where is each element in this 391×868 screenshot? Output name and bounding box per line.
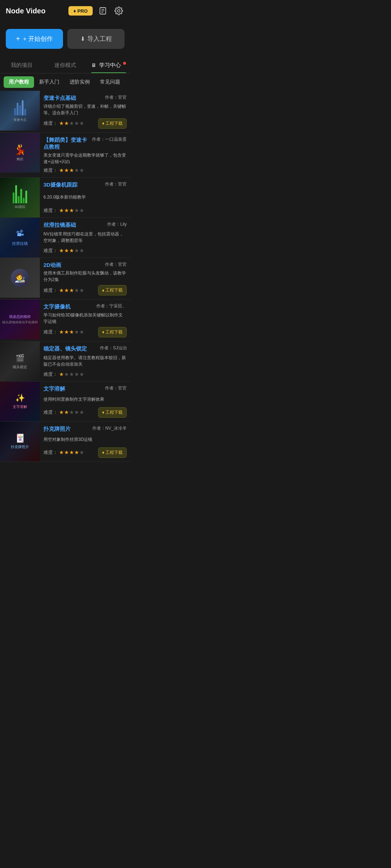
tab-projects[interactable]: 我的项目 [0, 58, 43, 73]
download-button[interactable]: ♦ 工程下载 [98, 285, 127, 295]
difficulty-label: 难度： [43, 329, 58, 335]
course-footer: 难度： ★ ★ ★ ★ ★ ♦ 工程下载 [43, 327, 127, 337]
import-label: 导入工程 [87, 35, 112, 43]
course-thumbnail: 💃 舞蹈 [0, 133, 40, 173]
course-desc: 用空对象制作丝滑3D运镜 [43, 436, 127, 443]
star-2: ★ [64, 207, 69, 214]
star-1: ★ [59, 120, 64, 127]
header-actions: ♦ PRO [68, 5, 125, 17]
pro-diamond-icon: ♦ [73, 8, 76, 14]
course-title: 文字溶解 [43, 385, 103, 392]
import-arrow-icon: ⬇ [80, 35, 85, 42]
star-1: ★ [59, 329, 64, 335]
cat-beginner-label: 新手入门 [39, 79, 59, 85]
course-info: 文字摄像机 作者：宁采臣、 学习如何给3D摄像机添加关键帧以制作文字运镜 难度：… [40, 299, 130, 341]
pro-badge[interactable]: ♦ PRO [68, 6, 93, 16]
course-header: 2D动画 作者：官官 [43, 261, 127, 269]
list-item[interactable]: 🃏 扑克牌照片 扑克牌照片 作者：NV_冰冷羊 用空对象制作丝滑3D运镜 难度：… [0, 422, 130, 462]
notes-button[interactable] [97, 5, 109, 17]
stars: ★ ★ ★ ★ ★ [59, 409, 84, 416]
list-item[interactable]: 我迷恋的模样 镜头跟物体移动手机模样 文字摄像机 作者：宁采臣、 学习如何给3D… [0, 299, 130, 341]
course-list: 变速卡点 变速卡点基础 作者：官官 详细介绍了视频剪切，变速，补帧，关键帧等。适… [0, 91, 130, 462]
dl-diamond-icon: ♦ [102, 288, 104, 293]
list-item[interactable]: 3D跟踪 3D摄像机跟踪 作者：官官 6.20.0版本新功能教学 难度： ★ ★… [0, 178, 130, 218]
list-item[interactable]: 🧑‍🎨 2D动画 作者：官官 使用木偶工具制作眨眼与头发飘动，该教学分为2集 难… [0, 258, 130, 300]
dl-label: 工程下载 [105, 450, 123, 456]
course-header: 变速卡点基础 作者：官官 [43, 94, 127, 102]
cat-changelog[interactable]: 版本记录 [125, 76, 130, 88]
course-info: 3D摄像机跟踪 作者：官官 6.20.0版本新功能教学 难度： ★ ★ ★ ★ … [40, 178, 130, 217]
stars: ★ ★ ★ ★ ★ [59, 247, 84, 254]
star-3: ★ [69, 247, 74, 254]
difficulty-label: 难度： [43, 371, 58, 378]
course-author: 作者：NV_冰冷羊 [92, 425, 127, 431]
create-button[interactable]: + + 开始创作 [6, 29, 63, 49]
star-4: ★ [74, 371, 79, 378]
list-item[interactable]: ✨ 文字溶解 文字溶解 作者：官官 使用时间置换制作文字溶解效果 难度： ★ ★… [0, 382, 130, 422]
star-4: ★ [74, 409, 79, 416]
list-item[interactable]: 📽 丝滑拉镜 丝滑拉镜基础 作者：Lily NV拉镜常用技巧都在这里，包括震动器… [0, 218, 130, 258]
action-row: + + 开始创作 ⬇ 导入工程 [0, 22, 130, 58]
cat-advanced[interactable]: 进阶实例 [64, 76, 95, 88]
star-4: ★ [74, 207, 79, 214]
list-item[interactable]: 🎬 镜头锁定 稳定器、镜头锁定 作者：SJ汕治 稳定器使用教学。请注意教程版本较… [0, 341, 130, 382]
course-author: 作者：SJ汕治 [100, 345, 127, 351]
course-thumbnail: ✨ 文字溶解 [0, 382, 40, 421]
dl-diamond-icon: ♦ [102, 410, 104, 415]
course-author: 作者：官官 [105, 261, 127, 268]
course-footer: 难度： ★ ★ ★ ★ ★ ♦ 工程下载 [43, 118, 127, 129]
difficulty-label: 难度： [43, 120, 58, 127]
download-button[interactable]: ♦ 工程下载 [98, 407, 127, 418]
star-3: ★ [69, 287, 74, 294]
tab-mini-label: 迷你模式 [54, 62, 76, 68]
star-4: ★ [74, 329, 79, 335]
cat-faq-label: 常见问题 [100, 79, 120, 85]
difficulty-label: 难度： [43, 207, 58, 214]
create-plus-icon: + [16, 35, 20, 43]
star-4: ★ [74, 120, 79, 127]
star-2: ★ [64, 247, 69, 254]
stars: ★ ★ ★ ★ ★ [59, 329, 84, 335]
list-item[interactable]: 💃 舞蹈 【舞蹈类】变速卡点教程 作者：一口温泉蛋 美女变速只需学会这期教学就够… [0, 133, 130, 178]
create-label: + 开始创作 [23, 35, 53, 43]
difficulty-label: 难度： [43, 167, 58, 174]
tab-learn[interactable]: 🖥 学习中心 [87, 58, 130, 73]
difficulty: 难度： ★ ★ ★ ★ ★ [43, 409, 84, 416]
avatar-thumb: 🧑‍🎨 [11, 269, 29, 287]
course-header: 扑克牌照片 作者：NV_冰冷羊 [43, 425, 127, 433]
star-1: ★ [59, 449, 64, 456]
course-footer: 难度： ★ ★ ★ ★ ★ [43, 371, 127, 378]
star-5: ★ [79, 207, 84, 214]
monitor-icon: 🖥 [91, 62, 96, 68]
star-3: ★ [69, 449, 74, 456]
course-thumbnail: 变速卡点 [0, 91, 40, 131]
import-button[interactable]: ⬇ 导入工程 [67, 29, 125, 49]
course-info: 丝滑拉镜基础 作者：Lily NV拉镜常用技巧都在这里，包括震动器，空对象，调整… [40, 218, 130, 258]
stars: ★ ★ ★ ★ ★ [59, 287, 84, 294]
course-desc: 6.20.0版本新功能教学 [43, 194, 127, 200]
app-title: Node Video [6, 7, 46, 15]
pro-label: PRO [77, 8, 88, 14]
course-footer: 难度： ★ ★ ★ ★ ★ ♦ 工程下载 [43, 285, 127, 295]
category-bar: 用户教程 新手入门 进阶实例 常见问题 版本记录 [0, 73, 130, 91]
course-title: 扑克牌照片 [43, 425, 90, 433]
cat-faq[interactable]: 常见问题 [95, 76, 125, 88]
list-item[interactable]: 变速卡点 变速卡点基础 作者：官官 详细介绍了视频剪切，变速，补帧，关键帧等。适… [0, 91, 130, 133]
tab-mini[interactable]: 迷你模式 [43, 58, 87, 73]
star-5: ★ [79, 409, 84, 416]
download-button[interactable]: ♦ 工程下载 [98, 327, 127, 337]
course-footer: 难度： ★ ★ ★ ★ ★ [43, 207, 127, 214]
difficulty-label: 难度： [43, 287, 58, 294]
course-title: 变速卡点基础 [43, 94, 103, 102]
cat-beginner[interactable]: 新手入门 [34, 76, 64, 88]
course-desc: 稳定器使用教学。请注意教程版本较旧，新版已不会自动添加关 [43, 354, 127, 367]
stars: ★ ★ ★ ★ ★ [59, 371, 84, 378]
download-button[interactable]: ♦ 工程下载 [98, 118, 127, 129]
course-header: 【舞蹈类】变速卡点教程 作者：一口温泉蛋 [43, 136, 127, 150]
star-2: ★ [64, 371, 69, 378]
download-button[interactable]: ♦ 工程下载 [98, 447, 127, 458]
star-5: ★ [79, 287, 84, 294]
settings-button[interactable] [113, 5, 125, 17]
cat-tutorial[interactable]: 用户教程 [4, 76, 34, 88]
course-desc: NV拉镜常用技巧都在这里，包括震动器，空对象，调整图层等 [43, 231, 127, 244]
